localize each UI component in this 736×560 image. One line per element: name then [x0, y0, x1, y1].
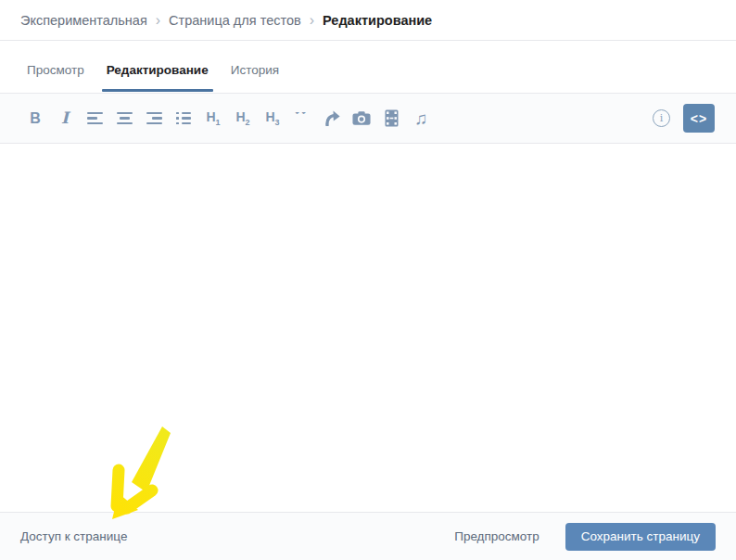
film-strip-icon	[385, 109, 399, 127]
breadcrumb: Экспериментальная › Страница для тестов …	[0, 0, 736, 41]
footer-right-group: Предпросмотр Сохранить страницу	[454, 523, 716, 551]
link-button[interactable]	[323, 108, 341, 129]
align-left-button[interactable]	[85, 108, 104, 129]
wiki-editor-page: Экспериментальная › Страница для тестов …	[0, 0, 736, 560]
save-page-button[interactable]: Сохранить страницу	[565, 523, 716, 551]
quote-button[interactable]: ”	[293, 108, 311, 129]
tab-view[interactable]: Просмотр	[22, 61, 89, 93]
footer-bar: Доступ к странице Предпросмотр Сохранить…	[0, 512, 736, 560]
breadcrumb-item-page[interactable]: Страница для тестов	[169, 13, 301, 28]
breadcrumb-item-root[interactable]: Экспериментальная	[20, 13, 147, 28]
align-center-button[interactable]	[115, 108, 133, 129]
editor-tabs: Просмотр Редактирование История	[0, 41, 736, 93]
bold-button[interactable]: B	[26, 108, 44, 129]
chevron-right-icon: ›	[310, 13, 314, 28]
heading3-button[interactable]: H3	[263, 108, 282, 129]
align-left-icon	[87, 112, 103, 125]
bulleted-list-icon	[176, 112, 191, 125]
code-icon: <>	[691, 111, 707, 126]
align-right-icon	[146, 112, 162, 125]
italic-button[interactable]: I	[56, 108, 74, 129]
video-button[interactable]	[382, 108, 400, 129]
formatting-toolbar: B I H1 H2	[0, 93, 736, 144]
heading3-icon: H3	[265, 110, 279, 127]
align-right-button[interactable]	[145, 108, 163, 129]
bold-icon: B	[30, 111, 41, 126]
heading2-button[interactable]: H2	[234, 108, 252, 129]
toolbar-left-group: B I H1 H2	[26, 108, 430, 129]
wiki-markup-toggle-button[interactable]: <>	[683, 104, 715, 133]
preview-link[interactable]: Предпросмотр	[454, 529, 539, 543]
camera-icon	[352, 110, 371, 126]
editor-content-area[interactable]	[0, 144, 736, 512]
page-access-link[interactable]: Доступ к странице	[20, 529, 127, 543]
photo-button[interactable]	[352, 108, 371, 129]
tab-history[interactable]: История	[226, 61, 284, 93]
toolbar-right-group: i <>	[653, 104, 715, 133]
heading1-button[interactable]: H1	[204, 108, 222, 129]
tab-edit[interactable]: Редактирование	[102, 61, 213, 93]
heading2-icon: H2	[235, 110, 249, 127]
link-arrow-icon	[324, 110, 340, 126]
info-icon[interactable]: i	[653, 109, 670, 127]
heading1-icon: H1	[206, 110, 220, 127]
music-note-icon: ♫	[414, 109, 427, 127]
chevron-right-icon: ›	[156, 13, 160, 28]
bulleted-list-button[interactable]	[174, 108, 193, 129]
audio-button[interactable]: ♫	[412, 108, 430, 129]
align-center-icon	[117, 112, 133, 125]
italic-icon: I	[61, 110, 69, 126]
breadcrumb-item-current: Редактирование	[323, 13, 432, 28]
quote-icon: ”	[294, 112, 311, 125]
